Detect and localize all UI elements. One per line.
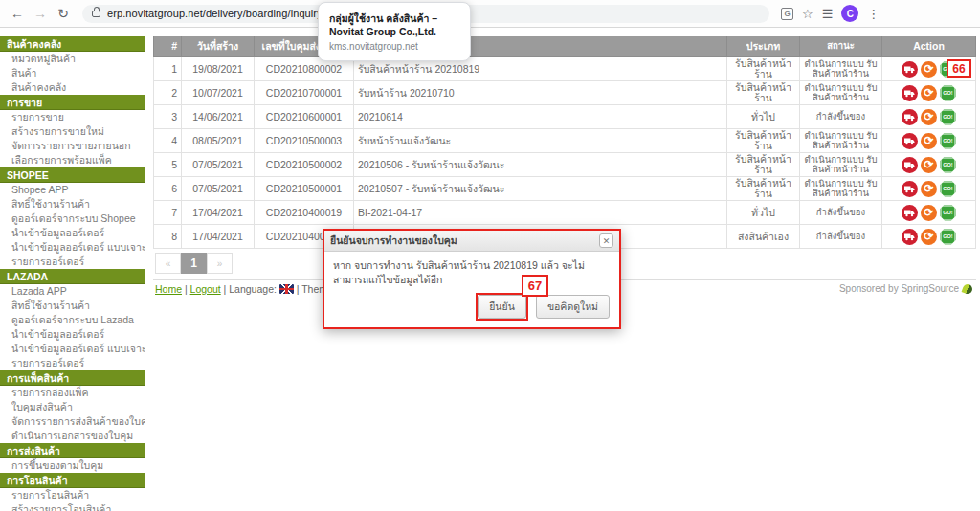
refresh-icon[interactable]: ⟳ [921,205,937,221]
cell-name: 20210506 - รับหน้าร้านแจ้งวัฒนะ [354,153,727,177]
column-header: # [153,36,182,57]
sidebar-item[interactable]: นำเข้าข้อมูลออร์เดอร์ [0,327,145,342]
media-controls-icon[interactable]: ☰ [822,8,834,20]
refresh-icon[interactable]: ⟳ [921,229,937,245]
sidebar-item[interactable]: รายการโอนสินค้า [0,488,145,502]
logout-link[interactable]: Logout [190,283,221,295]
go-button[interactable]: GO! [940,157,956,173]
sidebar-item[interactable]: ดูออร์เดอร์จากระบบ Lazada [0,313,145,327]
sidebar-section-header: สินค้าคงคลัง [0,36,145,52]
sidebar-item[interactable]: รายการขาย [0,110,145,124]
url-text: erp.novitatgroup.net/delivery/boarding/i… [107,8,323,19]
sidebar-item[interactable]: รายการกล่องแพ็ค [0,386,145,400]
go-button[interactable]: GO! [940,181,956,197]
sidebar-item[interactable]: Shopee APP [0,183,145,197]
truck-icon[interactable] [902,229,918,245]
cell-no: 6 [153,177,182,201]
sidebar-section-header: การส่งสินค้า [0,443,145,458]
cell-doc: CD20210500002 [255,153,354,177]
truck-icon[interactable] [902,109,918,125]
go-button[interactable]: GO! [940,205,956,221]
column-header: สถานะ [800,36,882,57]
profile-avatar[interactable]: C [841,5,858,22]
table-row: 119/08/2021CD20210800002รับสินค้าหน้าร้า… [153,57,976,81]
cell-name: BI-2021-04-17 [354,201,727,225]
sidebar-item[interactable]: นำเข้าข้อมูลออร์เดอร์ แบบเจาะจง [0,342,145,356]
go-button[interactable]: GO! [940,229,956,245]
chrome-menu-icon[interactable]: ⋮ [867,8,880,20]
sidebar-item[interactable]: สิทธิ์ใช้งานร้านค้า [0,197,145,211]
refresh-icon[interactable]: ⟳ [921,157,937,173]
sidebar-item[interactable]: เลือกรายการพร้อมแพ็ค [0,153,145,167]
cell-status: ดำเนินการแบบ รับ สินค้าหน้าร้าน [800,153,882,177]
cell-doc: CD20210700001 [255,81,354,105]
cell-no: 4 [153,129,182,153]
cell-no: 7 [153,201,182,225]
back-button[interactable]: ← [6,6,29,21]
sidebar-item[interactable]: นำเข้าข้อมูลออร์เดอร์ [0,226,145,240]
sidebar-item[interactable]: การขึ้นของตามใบคุม [0,458,145,473]
dialog-header: ยืนยันจบการทำงานของใบคุม ✕ [324,231,619,252]
uk-flag-icon[interactable] [279,284,294,294]
table-body: 119/08/2021CD20210800002รับสินค้าหน้าร้า… [153,57,976,249]
sidebar-section-header: การโอนสินค้า [0,473,145,488]
sidebar-item[interactable]: สินค้า [0,66,145,80]
sidebar-item[interactable]: รายการออร์เดอร์ [0,255,145,269]
cell-actions: ⟳GO! [882,153,976,177]
confirm-button[interactable]: ยืนยัน [478,295,526,319]
close-icon[interactable]: ✕ [599,233,613,248]
page-next-button[interactable]: » [207,253,233,274]
sidebar-item[interactable]: จัดการรายการขายภายนอก [0,139,145,153]
sidebar-section-header: SHOPEE [0,167,145,183]
sidebar-item[interactable]: ดูออร์เดอร์จากระบบ Shopee [0,211,145,226]
sidebar-section-header: LAZADA [0,269,145,284]
refresh-icon[interactable]: ⟳ [921,61,937,78]
column-header: วันที่สร้าง [182,36,255,57]
go-button[interactable]: GO! [940,109,956,125]
truck-icon[interactable] [902,133,918,149]
translate-icon[interactable]: G [781,8,793,20]
sidebar-item[interactable]: สินค้าคงคลัง [0,80,145,95]
truck-icon[interactable] [902,205,918,221]
reload-button[interactable]: ↻ [52,6,75,21]
refresh-icon[interactable]: ⟳ [921,109,937,125]
page-prev-button[interactable]: « [155,253,181,274]
truck-icon[interactable] [902,85,918,101]
sidebar-item[interactable]: รายการออร์เดอร์ [0,356,145,370]
sidebar-item[interactable]: หมวดหมู่สินค้า [0,52,145,66]
truck-icon[interactable] [902,181,918,197]
sidebar-item[interactable]: สร้างรายการขายใหม่ [0,124,145,139]
cell-type: รับสินค้าหน้าร้าน [727,129,800,153]
table-row: 607/05/2021CD2021050000120210507 - รับหน… [153,177,976,201]
sidebar-item[interactable]: ใบคุมส่งสินค้า [0,400,145,414]
sidebar-item[interactable]: ดำเนินการเอกสารของใบคุม [0,429,145,443]
cell-no: 1 [153,57,182,81]
cell-type: รับสินค้าหน้าร้าน [727,153,800,177]
dialog-footer: ยืนยัน ขอคิดดูใหม่ [324,291,619,327]
column-header: Action [882,36,976,57]
cell-doc: CD20210500001 [255,177,354,201]
cell-actions: ⟳GO! [882,129,976,153]
cell-date: 19/08/2021 [182,57,255,81]
cell-name: รับหน้าร้านแจ้งวัฒนะ [354,129,727,153]
cancel-button[interactable]: ขอคิดดูใหม่ [536,295,610,319]
sidebar-section-header: การแพ็คสินค้า [0,370,145,386]
page-current[interactable]: 1 [181,253,207,274]
go-button[interactable]: GO! [940,85,956,101]
cell-status: กำลังขึ้นของ [800,105,882,129]
go-button[interactable]: GO! [940,133,956,149]
sidebar-item[interactable]: สิทธิ์ใช้งานร้านค้า [0,299,145,313]
bookmark-star-icon[interactable]: ☆ [802,8,813,20]
sidebar-item[interactable]: จัดการรายการส่งสินค้าของใบคุม [0,414,145,429]
forward-button[interactable]: → [29,6,52,21]
refresh-icon[interactable]: ⟳ [921,181,937,197]
refresh-icon[interactable]: ⟳ [921,85,937,101]
sidebar-item[interactable]: นำเข้าข้อมูลออร์เดอร์ แบบเจาะจง [0,240,145,255]
cell-actions: ⟳GO! [882,105,976,129]
refresh-icon[interactable]: ⟳ [921,133,937,149]
sidebar-item[interactable]: Lazada APP [0,284,145,299]
truck-icon[interactable] [902,61,918,78]
home-link[interactable]: Home [155,283,182,295]
truck-icon[interactable] [902,157,918,173]
sidebar-item[interactable]: สร้างรายการโอนสินค้า [0,502,145,511]
